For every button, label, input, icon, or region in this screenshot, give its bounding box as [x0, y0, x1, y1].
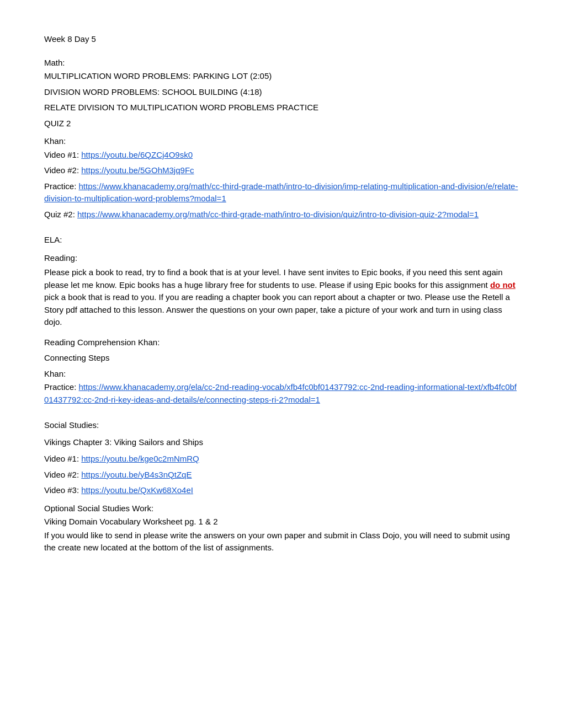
- math-khan-label: Khan:: [44, 135, 519, 148]
- math-quiz2-link[interactable]: https://www.khanacademy.org/math/cc-thir…: [77, 210, 479, 219]
- social-studies-label: Social Studies:: [44, 419, 519, 432]
- ela-practice-label: Practice:: [44, 382, 79, 392]
- math-item-2: DIVISION WORD PROBLEMS: SCHOOL BUILDING …: [44, 86, 519, 99]
- math-item-4: QUIZ 2: [44, 117, 519, 130]
- reading-body-part2: pick a book that is read to you. If you …: [44, 292, 510, 326]
- reading-comp-label: Reading Comprehension Khan:: [44, 336, 519, 349]
- math-item-3: RELATE DIVISION TO MULTIPLICATION WORD P…: [44, 101, 519, 114]
- math-practice-label: Practice:: [44, 181, 79, 191]
- math-video1-line: Video #1: https://youtu.be/6QZCj4O9sk0: [44, 149, 519, 162]
- math-section: Math: MULTIPLICATION WORD PROBLEMS: PARK…: [44, 57, 519, 221]
- ss-video1-label: Video #1:: [44, 454, 81, 463]
- reading-comp-subsection: Reading Comprehension Khan: Connecting S…: [44, 336, 519, 406]
- ss-video3-line: Video #3: https://youtu.be/QxKw68Xo4eI: [44, 484, 519, 497]
- math-video2-line: Video #2: https://youtu.be/5GOhM3jq9Fc: [44, 164, 519, 177]
- optional-line2: If you would like to send in please writ…: [44, 529, 519, 554]
- ss-video2-link[interactable]: https://youtu.be/yB4s3nQtZqE: [81, 470, 192, 479]
- connecting-steps-label: Connecting Steps: [44, 352, 519, 365]
- math-label: Math:: [44, 57, 519, 69]
- ss-video1-line: Video #1: https://youtu.be/kge0c2mNmRQ: [44, 453, 519, 465]
- do-not-text: do not: [490, 280, 516, 290]
- math-quiz2-label: Quiz #2:: [44, 210, 77, 219]
- reading-body-part1: Please pick a book to read, try to find …: [44, 267, 502, 290]
- math-practice-link[interactable]: https://www.khanacademy.org/math/cc-thir…: [44, 181, 518, 204]
- reading-body: Please pick a book to read, try to find …: [44, 266, 519, 329]
- ela-section: ELA: Reading: Please pick a book to read…: [44, 234, 519, 406]
- math-video1-label: Video #1:: [44, 150, 81, 159]
- ss-video1-link[interactable]: https://youtu.be/kge0c2mNmRQ: [81, 454, 199, 463]
- chapter-label: Vikings Chapter 3: Viking Sailors and Sh…: [44, 436, 519, 449]
- math-video2-link[interactable]: https://youtu.be/5GOhM3jq9Fc: [81, 165, 194, 175]
- reading-subsection: Reading: Please pick a book to read, try…: [44, 252, 519, 329]
- ss-video2-label: Video #2:: [44, 470, 81, 479]
- math-video1-link[interactable]: https://youtu.be/6QZCj4O9sk0: [81, 150, 193, 159]
- optional-line1: Viking Domain Vocabulary Worksheet pg. 1…: [44, 516, 519, 528]
- ss-video3-label: Video #3:: [44, 485, 81, 495]
- math-quiz2-line: Quiz #2: https://www.khanacademy.org/mat…: [44, 208, 519, 221]
- math-item-1: MULTIPLICATION WORD PROBLEMS: PARKING LO…: [44, 70, 519, 83]
- ss-video2-line: Video #2: https://youtu.be/yB4s3nQtZqE: [44, 469, 519, 481]
- reading-label: Reading:: [44, 252, 519, 265]
- ela-label: ELA:: [44, 234, 519, 247]
- ela-practice-line: Practice: https://www.khanacademy.org/el…: [44, 381, 519, 406]
- ela-khan-label: Khan:: [44, 368, 519, 381]
- page-container: Week 8 Day 5 Math: MULTIPLICATION WORD P…: [44, 33, 519, 554]
- math-video2-label: Video #2:: [44, 165, 81, 175]
- optional-label: Optional Social Studies Work:: [44, 502, 519, 515]
- page-title: Week 8 Day 5: [44, 33, 519, 46]
- math-practice-line: Practice: https://www.khanacademy.org/ma…: [44, 180, 519, 205]
- page-title-section: Week 8 Day 5: [44, 33, 519, 46]
- social-studies-section: Social Studies: Vikings Chapter 3: Vikin…: [44, 419, 519, 554]
- ss-video3-link[interactable]: https://youtu.be/QxKw68Xo4eI: [81, 485, 193, 495]
- ela-practice-link[interactable]: https://www.khanacademy.org/ela/cc-2nd-r…: [44, 382, 517, 404]
